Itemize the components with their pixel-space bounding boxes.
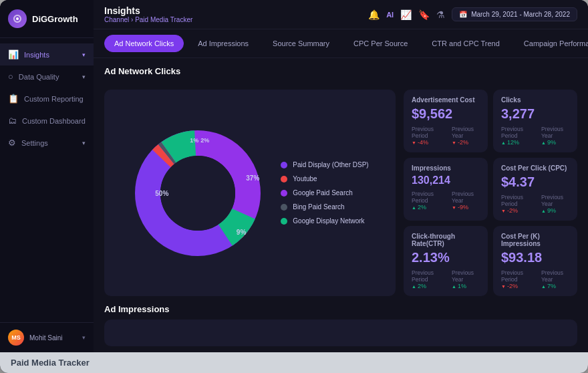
impressions-bar <box>104 320 577 346</box>
content-area: Ad Network Clicks <box>94 58 588 352</box>
tab-campaign-performance[interactable]: Campaign Performance <box>514 35 588 52</box>
stat-meta: Previous Period ▲ 2% Previous Year ▼ -9% <box>412 191 480 211</box>
stat-title: Click-through Rate(CTR) <box>412 233 480 247</box>
sidebar-nav: 📊 Insights ▾ ○ Data Quality ▾ 📋 Custom R… <box>0 38 94 322</box>
tab-cpc-per-source[interactable]: CPC Per Source <box>343 35 418 52</box>
chart-legend: Paid Display (Other DSP) Youtube Google … <box>281 161 368 225</box>
insights-icon: 📊 <box>8 49 19 59</box>
stat-value: $9,562 <box>412 106 480 122</box>
stat-meta: Previous Period ▼ -4% Previous Year ▼ -2… <box>412 126 480 146</box>
chevron-down-icon: ▾ <box>82 140 86 146</box>
stat-value: $4.37 <box>501 174 569 190</box>
svg-point-0 <box>16 17 19 20</box>
logo-icon <box>8 9 27 28</box>
sidebar-item-label: Settings <box>21 139 77 147</box>
tab-ad-network-clicks[interactable]: Ad Network Clicks <box>104 35 184 52</box>
percent-label-50: 50% <box>155 189 168 197</box>
bottom-label: Paid Media Tracker <box>11 358 90 368</box>
notification-icon[interactable]: 🔔 <box>368 9 380 20</box>
sidebar-item-label: Custom Dashboard <box>22 117 86 125</box>
header-left: Insights Channel › Paid Media Tracker <box>104 5 192 23</box>
donut-chart: 50% 37% 9% 1% 2% <box>131 126 265 260</box>
calendar-icon: 📅 <box>459 11 467 18</box>
stat-value: $93.18 <box>501 250 569 265</box>
legend-dot-youtube <box>281 176 287 182</box>
percent-label-1: 1% <box>190 137 198 144</box>
stat-title: Advertisement Cost <box>412 96 480 104</box>
sidebar-item-data-quality[interactable]: ○ Data Quality ▾ <box>0 66 94 88</box>
legend-label-google-paid: Google Paid Search <box>293 189 353 197</box>
ai-icon[interactable]: AI <box>386 11 394 19</box>
breadcrumb: Channel › Paid Media Tracker <box>104 16 192 23</box>
sidebar-item-settings[interactable]: ⚙ Settings ▾ <box>0 132 94 154</box>
stat-meta: Previous Period ▲ 12% Previous Year ▲ 9% <box>501 126 569 146</box>
ad-network-section: 50% 37% 9% 1% 2% Paid Display (Other DSP… <box>104 90 577 296</box>
filter-icon[interactable]: ⚗ <box>436 9 445 20</box>
ad-impressions-title: Ad Impressions <box>104 304 577 314</box>
breadcrumb-text: Channel › Paid Media Tracker <box>104 16 192 23</box>
tabs-bar: Ad Network Clicks Ad Impressions Source … <box>94 29 588 58</box>
legend-label-google-display: Google Display Network <box>293 217 364 225</box>
date-range-text: March 29, 2021 - March 28, 2022 <box>471 11 570 18</box>
stat-card-cpm: Cost Per (K) Impressions $93.18 Previous… <box>493 226 577 296</box>
logo-text: DiGGrowth <box>32 14 78 24</box>
sidebar-item-label: Insights <box>24 51 77 59</box>
stat-period-prev: Previous Period ▼ -4% <box>412 126 444 146</box>
ad-impressions-section: Ad Impressions <box>104 304 577 346</box>
main-content: Insights Channel › Paid Media Tracker 🔔 … <box>94 0 588 352</box>
stat-value: 130,214 <box>412 174 480 186</box>
chart-container: 50% 37% 9% 1% 2% Paid Display (Other DSP… <box>104 90 396 296</box>
stat-period-prev: Previous Period ▼ -2% <box>501 194 533 214</box>
legend-dot-google-paid <box>281 190 287 197</box>
legend-label-paid-display: Paid Display (Other DSP) <box>293 161 368 168</box>
tab-source-summary[interactable]: Source Summary <box>263 35 339 52</box>
stat-card-ctr: Click-through Rate(CTR) 2.13% Previous P… <box>404 226 488 296</box>
legend-dot-google-display <box>281 218 287 225</box>
sidebar-item-label: Custom Reporting <box>24 95 86 103</box>
stat-meta: Previous Period ▼ -2% Previous Year ▲ 7% <box>501 269 569 289</box>
stat-meta: Previous Period ▼ -2% Previous Year ▲ 9% <box>501 194 569 214</box>
avatar: MS <box>8 330 24 346</box>
stat-title: Clicks <box>501 96 569 104</box>
donut-svg <box>131 126 265 260</box>
stat-period-year: Previous Year ▼ -9% <box>452 191 480 211</box>
sidebar-item-custom-dashboard[interactable]: 🗂 Custom Dashboard <box>0 110 94 132</box>
stat-meta: Previous Period ▲ 2% Previous Year ▲ 1% <box>412 269 480 289</box>
sidebar-footer: MS Mohit Saini ▾ <box>0 322 94 352</box>
percent-label-9: 9% <box>237 229 246 236</box>
percent-label-37: 37% <box>246 174 259 182</box>
ad-network-section-title: Ad Network Clicks <box>104 66 577 76</box>
dashboard-icon: 🗂 <box>8 116 17 126</box>
stat-value: 3,277 <box>501 106 569 122</box>
percent-label-2: 2% <box>200 137 209 144</box>
data-quality-icon: ○ <box>8 72 13 82</box>
tab-ad-impressions[interactable]: Ad Impressions <box>188 35 259 52</box>
main-layout: DiGGrowth 📊 Insights ▾ ○ Data Quality ▾ … <box>0 0 588 352</box>
chart-icon[interactable]: 📈 <box>400 9 412 20</box>
stat-card-cpc: Cost Per Click (CPC) $4.37 Previous Peri… <box>493 158 577 221</box>
sidebar-item-label: Data Quality <box>19 73 77 81</box>
stat-period-year: Previous Year ▲ 9% <box>541 126 569 146</box>
date-range-picker[interactable]: 📅 March 29, 2021 - March 28, 2022 <box>452 7 577 21</box>
stat-card-ad-cost: Advertisement Cost $9,562 Previous Perio… <box>404 90 488 152</box>
stat-period-prev: Previous Period ▲ 2% <box>412 269 444 289</box>
stat-title: Cost Per Click (CPC) <box>501 164 569 172</box>
svg-point-7 <box>160 156 235 231</box>
stat-title: Cost Per (K) Impressions <box>501 233 569 247</box>
sidebar-item-custom-reporting[interactable]: 📋 Custom Reporting <box>0 88 94 110</box>
legend-item-google-display: Google Display Network <box>281 217 368 225</box>
stat-period-year: Previous Year ▲ 1% <box>452 269 480 289</box>
user-name: Mohit Saini <box>29 334 77 342</box>
bookmark-icon[interactable]: 🔖 <box>418 9 430 20</box>
stats-grid: Advertisement Cost $9,562 Previous Perio… <box>404 90 577 296</box>
tab-ctr-cpc-trend[interactable]: CTR and CPC Trend <box>422 35 509 52</box>
stat-period-year: Previous Year ▲ 7% <box>541 269 569 289</box>
sidebar-item-insights[interactable]: 📊 Insights ▾ <box>0 43 94 66</box>
stat-period-year: Previous Year ▲ 9% <box>541 194 569 214</box>
reporting-icon: 📋 <box>8 94 19 104</box>
stat-period-prev: Previous Period ▼ -2% <box>501 269 533 289</box>
legend-dot-paid-display <box>281 162 287 168</box>
stat-period-prev: Previous Period ▲ 12% <box>501 126 533 146</box>
legend-label-youtube: Youtube <box>293 175 317 182</box>
chevron-down-icon: ▾ <box>82 74 86 80</box>
